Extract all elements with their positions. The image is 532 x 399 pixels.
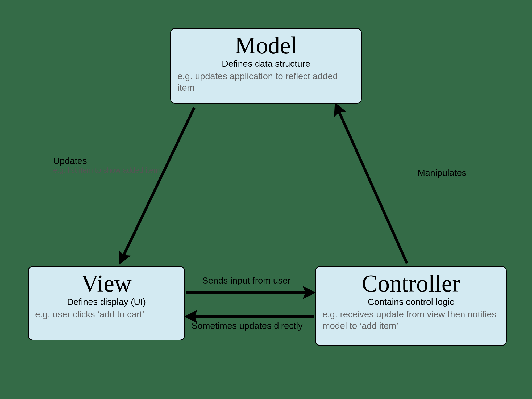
label-sends-input-main: Sends input from user (202, 275, 335, 286)
label-sometimes-updates: Sometimes updates directly (192, 321, 351, 331)
label-updates-main: Updates (53, 156, 192, 166)
view-example: e.g. user clicks ‘add to cart’ (35, 309, 178, 320)
controller-subtitle: Contains control logic (322, 297, 500, 307)
label-updates-sub: e.g. list item to show added item (53, 166, 192, 174)
label-sometimes-updates-main: Sometimes updates directly (192, 321, 351, 331)
model-title: Model (177, 34, 355, 57)
view-title: View (35, 272, 178, 296)
model-subtitle: Defines data structure (177, 59, 355, 69)
model-node: Model Defines data structure e.g. update… (170, 28, 362, 104)
mvc-diagram: Model Defines data structure e.g. update… (0, 0, 532, 399)
view-subtitle: Defines display (UI) (35, 297, 178, 307)
arrow-controller-to-model (338, 109, 407, 263)
controller-title: Controller (322, 272, 500, 296)
controller-node: Controller Contains control logic e.g. r… (315, 266, 507, 346)
label-manipulates-main: Manipulates (418, 168, 524, 178)
label-updates: Updates e.g. list item to show added ite… (53, 156, 192, 174)
view-node: View Defines display (UI) e.g. user clic… (28, 266, 185, 340)
arrow-model-to-view (122, 108, 194, 258)
model-example: e.g. updates application to reflect adde… (177, 70, 355, 93)
label-sends-input: Sends input from user (202, 275, 335, 286)
label-manipulates: Manipulates (418, 168, 524, 178)
